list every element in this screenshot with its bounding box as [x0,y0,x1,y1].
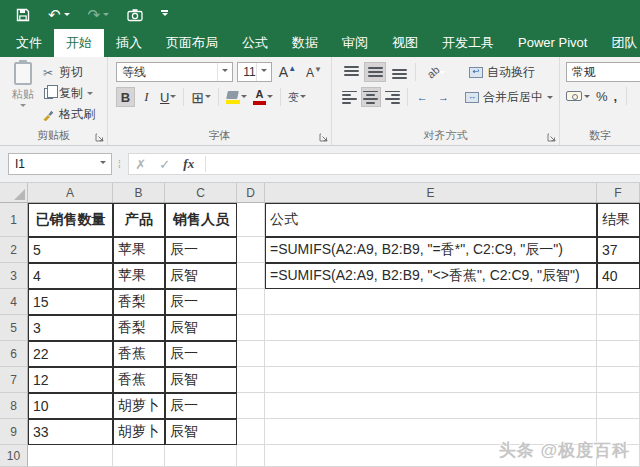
cell-B1[interactable]: 产品 [113,203,165,237]
fill-color-button[interactable] [224,87,249,107]
cell-C9[interactable]: 辰智 [165,419,237,445]
row-header-8[interactable]: 8 [0,393,28,419]
cell-F5[interactable] [597,315,640,341]
borders-button[interactable]: ⊞ [189,87,213,107]
column-header-D[interactable]: D [237,183,265,202]
wrap-text-button[interactable]: ↩ 自动换行 [467,62,537,82]
tab-page-layout[interactable]: 页面布局 [154,29,230,57]
cell-F2[interactable]: 37 [597,237,640,263]
row-header-4[interactable]: 4 [0,289,28,315]
column-header-C[interactable]: C [165,183,237,202]
cell-F3[interactable]: 40 [597,263,640,289]
format-painter-button[interactable]: 格式刷 [41,106,95,123]
font-name-combobox[interactable]: 等线 [116,62,233,82]
cell-F4[interactable] [597,289,640,315]
cell-A5[interactable]: 3 [28,315,113,341]
font-color-button[interactable]: A [251,87,275,107]
column-header-B[interactable]: B [113,183,165,202]
cell-C4[interactable]: 辰一 [165,289,237,315]
row-header-1[interactable]: 1 [0,203,28,237]
italic-button[interactable]: I [137,87,156,107]
cell-B9[interactable]: 胡萝卜 [113,419,165,445]
row-header-7[interactable]: 7 [0,367,28,393]
copy-dropdown-icon[interactable] [87,92,93,98]
row-header-6[interactable]: 6 [0,341,28,367]
cell-A4[interactable]: 15 [28,289,113,315]
camera-button[interactable] [127,8,143,22]
shrink-font-button[interactable]: A▼ [303,65,325,80]
row-header-5[interactable]: 5 [0,315,28,341]
row-header-3[interactable]: 3 [0,263,28,289]
cell-B3[interactable]: 苹果 [113,263,165,289]
customize-qat-button[interactable] [161,10,168,19]
cell-C6[interactable]: 辰一 [165,341,237,367]
accounting-format-button[interactable] [566,91,590,101]
top-align-button[interactable] [340,62,362,82]
enter-icon[interactable]: ✓ [153,157,177,172]
formula-bar-handle[interactable]: ⁞ [118,159,122,170]
fill-color-dropdown-icon[interactable] [241,95,247,101]
merge-center-dropdown-icon[interactable] [547,96,553,102]
tab-power-pivot[interactable]: Power Pivot [506,29,599,57]
align-right-button[interactable] [383,87,402,107]
cell-D4[interactable] [237,289,265,315]
tab-file[interactable]: 文件 [4,29,54,57]
underline-dropdown-icon[interactable] [170,95,176,101]
number-format-combobox[interactable]: 常规 [566,62,640,82]
cell-E7[interactable] [265,367,597,393]
bottom-align-button[interactable] [388,62,410,82]
tab-team[interactable]: 团队 [599,29,640,57]
cell-E5[interactable] [265,315,597,341]
cell-D10[interactable] [237,445,265,467]
row-header-9[interactable]: 9 [0,419,28,445]
tab-home[interactable]: 开始 [54,29,104,57]
column-header-F[interactable]: F [597,183,640,202]
cell-A8[interactable]: 10 [28,393,113,419]
bold-button[interactable]: B [116,87,135,107]
phonetic-dropdown-icon[interactable] [300,95,306,101]
cell-D1[interactable] [237,203,265,237]
column-header-A[interactable]: A [28,183,113,202]
merge-center-button[interactable]: ↔ 合并后居中 [463,87,555,107]
cut-button[interactable]: ✂ 剪切 [41,64,95,81]
increase-indent-button[interactable]: → [434,87,453,107]
cell-D9[interactable] [237,419,265,445]
cell-D2[interactable] [237,237,265,263]
cell-D6[interactable] [237,341,265,367]
cell-A1[interactable]: 已销售数量 [28,203,113,237]
cell-A10[interactable] [28,445,113,467]
redo-button[interactable]: ↷ [88,7,110,22]
clipboard-dialog-launcher-icon[interactable] [95,133,104,142]
cell-B4[interactable]: 香梨 [113,289,165,315]
font-size-combobox[interactable]: 11 [237,62,272,82]
row-header-2[interactable]: 2 [0,237,28,263]
cell-C10[interactable] [165,445,237,467]
save-icon[interactable] [16,8,30,22]
cell-F1[interactable]: 结果 [597,203,640,237]
cell-D3[interactable] [237,263,265,289]
cell-B10[interactable] [113,445,165,467]
cell-A3[interactable]: 4 [28,263,113,289]
cell-E6[interactable] [265,341,597,367]
column-header-E[interactable]: E [265,183,597,202]
underline-button[interactable]: U [158,87,178,107]
insert-function-icon[interactable]: fx [177,156,201,172]
cell-C7[interactable]: 辰智 [165,367,237,393]
undo-button[interactable]: ↶ [48,7,70,22]
cell-A6[interactable]: 22 [28,341,113,367]
tab-insert[interactable]: 插入 [104,29,154,57]
orientation-button[interactable]: ab [421,62,451,82]
cell-D8[interactable] [237,393,265,419]
percent-style-button[interactable]: % [596,89,608,104]
cell-B2[interactable]: 苹果 [113,237,165,263]
cancel-icon[interactable]: ✗ [129,157,153,172]
alignment-dialog-launcher-icon[interactable] [547,133,556,142]
cell-A7[interactable]: 12 [28,367,113,393]
row-header-10[interactable]: 10 [0,445,28,467]
tab-developer[interactable]: 开发工具 [430,29,506,57]
tab-review[interactable]: 审阅 [330,29,380,57]
paste-button[interactable]: 粘贴 [5,62,41,128]
cell-A2[interactable]: 5 [28,237,113,263]
align-left-button[interactable] [340,87,359,107]
tab-data[interactable]: 数据 [280,29,330,57]
